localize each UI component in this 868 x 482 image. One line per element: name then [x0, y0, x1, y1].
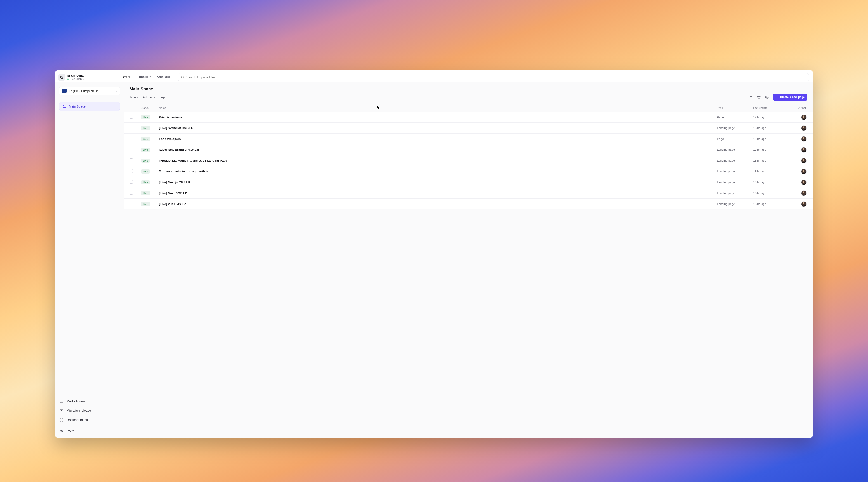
book-icon: [60, 418, 64, 422]
row-name: [Live] Nuxt CMS LP: [159, 191, 717, 195]
row-checkbox[interactable]: [129, 191, 133, 195]
row-name: [Live] Next.js CMS LP: [159, 181, 717, 184]
filter-tags[interactable]: Tags ▾: [159, 96, 168, 99]
workspace-switcher[interactable]: prismic-main Production ▾: [58, 74, 117, 81]
chevron-down-icon: ▾: [150, 75, 151, 78]
plus-icon: [776, 96, 778, 99]
upload-button[interactable]: [749, 95, 753, 99]
sidebar-footer: Media library Migration release Document…: [55, 395, 124, 436]
row-author: [789, 158, 807, 163]
row-checkbox[interactable]: [129, 202, 133, 205]
table-row[interactable]: Live[Live] SvelteKit CMS LPLanding page1…: [124, 123, 813, 133]
tab-work[interactable]: Work: [123, 75, 131, 82]
archive-button[interactable]: [757, 95, 761, 99]
row-type: Landing page: [717, 191, 753, 195]
tab-archived[interactable]: Archived: [156, 75, 170, 82]
row-checkbox[interactable]: [129, 148, 133, 151]
search-bar[interactable]: [178, 73, 809, 82]
create-page-button[interactable]: Create a new page: [773, 94, 807, 101]
table-row[interactable]: Live[Live] New Brand LP (10.23)Landing p…: [124, 144, 813, 155]
row-name: Prismic reviews: [159, 116, 717, 119]
download-box-icon: [60, 409, 64, 413]
sidebar-link-invite[interactable]: Invite: [55, 427, 124, 436]
status-badge: Live: [141, 148, 150, 152]
chevron-down-icon: ▾: [166, 96, 168, 99]
row-author: [789, 191, 807, 196]
filter-label: Tags: [159, 96, 165, 99]
filter-bar: Type ▾ Authors ▾ Tags ▾: [129, 96, 168, 99]
row-name: Turn your website into a growth hub: [159, 170, 717, 173]
chevron-down-icon: ▾: [137, 96, 138, 99]
row-type: Landing page: [717, 126, 753, 130]
row-checkbox[interactable]: [129, 180, 133, 184]
status-badge: Live: [141, 126, 150, 130]
row-type: Landing page: [717, 202, 753, 206]
table-row[interactable]: Live[Product Marketing] Agencies v2 Land…: [124, 155, 813, 166]
row-checkbox[interactable]: [129, 158, 133, 162]
row-author: [789, 147, 807, 153]
row-checkbox[interactable]: [129, 137, 133, 140]
language-selector[interactable]: English - European Un... ▾: [59, 87, 120, 95]
row-last-update: 13 hr. ago: [753, 191, 789, 195]
filter-authors[interactable]: Authors ▾: [143, 96, 155, 99]
row-author: [789, 201, 807, 207]
page-title: Main Space: [129, 87, 807, 92]
row-checkbox[interactable]: [129, 126, 133, 129]
status-badge: Live: [141, 180, 150, 184]
sidebar-item-label: Main Space: [69, 105, 86, 108]
search-input[interactable]: [186, 75, 806, 79]
toolbar-actions: Create a new page: [749, 94, 807, 101]
table-row[interactable]: Live[Live] Next.js CMS LPLanding page13 …: [124, 177, 813, 188]
sidebar-link-label: Media library: [67, 399, 85, 403]
status-badge: Live: [141, 115, 150, 119]
chevron-down-icon: ▾: [83, 78, 84, 81]
svg-line-3: [183, 78, 184, 78]
svg-rect-0: [61, 76, 63, 78]
row-checkbox[interactable]: [129, 169, 133, 173]
search-icon: [181, 75, 184, 79]
language-label: English - European Un...: [69, 89, 114, 93]
row-type: Landing page: [717, 148, 753, 151]
avatar: [801, 191, 807, 196]
status-badge: Live: [141, 137, 150, 141]
eu-flag-icon: [62, 89, 67, 93]
col-last-update: Last update: [753, 106, 789, 109]
row-author: [789, 125, 807, 131]
status-badge: Live: [141, 169, 150, 173]
table-row[interactable]: Live[Live] Vue CMS LPLanding page13 hr. …: [124, 199, 813, 210]
filter-label: Authors: [143, 96, 153, 99]
sidebar-link-migration-release[interactable]: Migration release: [55, 406, 124, 415]
row-author: [789, 115, 807, 120]
sidebar-link-media-library[interactable]: Media library: [55, 397, 124, 406]
row-name: [Product Marketing] Agencies v2 Landing …: [159, 159, 717, 162]
col-author: Author: [789, 106, 807, 109]
status-badge: Live: [141, 202, 150, 206]
topbar: prismic-main Production ▾ Work Planned ▾…: [55, 70, 813, 83]
table-row[interactable]: LiveTurn your website into a growth hubL…: [124, 166, 813, 177]
environment-selector[interactable]: Production ▾: [67, 77, 86, 81]
row-author: [789, 180, 807, 185]
svg-point-5: [61, 401, 61, 401]
sidebar: English - European Un... ▾ Main Space Me…: [55, 83, 124, 438]
filter-type[interactable]: Type ▾: [129, 96, 138, 99]
row-type: Page: [717, 116, 753, 119]
row-author: [789, 136, 807, 142]
sidebar-item-main-space[interactable]: Main Space: [59, 102, 120, 111]
table-row[interactable]: Live[Live] Nuxt CMS LPLanding page13 hr.…: [124, 188, 813, 199]
sidebar-link-documentation[interactable]: Documentation: [55, 415, 124, 425]
avatar: [801, 115, 807, 120]
row-last-update: 13 hr. ago: [753, 159, 789, 162]
table-row[interactable]: LivePrismic reviewsPage12 hr. ago: [124, 112, 813, 123]
row-checkbox[interactable]: [129, 115, 133, 119]
table-row[interactable]: LiveFor developersPage13 hr. ago: [124, 133, 813, 144]
create-button-label: Create a new page: [780, 96, 805, 99]
tab-label: Planned: [136, 75, 148, 78]
globe-button[interactable]: [765, 95, 769, 99]
col-type: Type: [717, 106, 753, 109]
avatar: [801, 201, 807, 207]
col-status: Status: [141, 106, 159, 109]
avatar: [801, 125, 807, 131]
row-type: Landing page: [717, 159, 753, 162]
upload-icon: [749, 95, 753, 99]
tab-planned[interactable]: Planned ▾: [136, 75, 151, 82]
